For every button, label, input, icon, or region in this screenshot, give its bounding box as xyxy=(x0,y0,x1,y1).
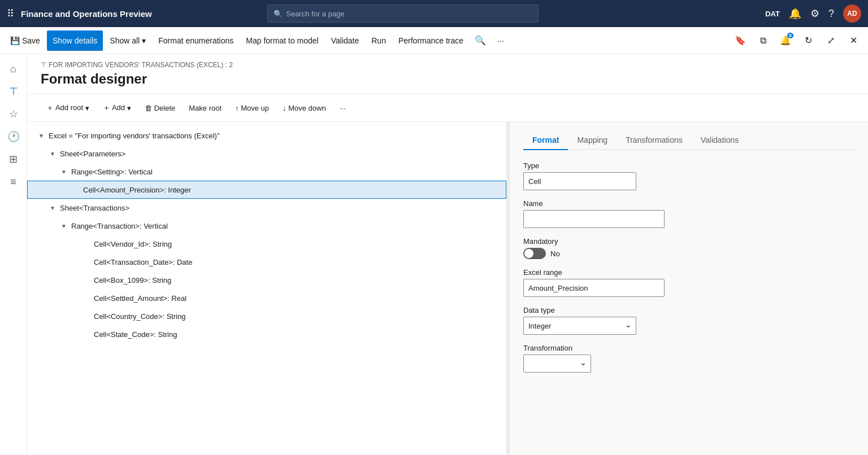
tree-label-cell-state-code: Cell<State_Code>: String xyxy=(94,330,177,339)
refresh-icon[interactable]: ↻ xyxy=(798,30,818,51)
tree-item-cell-amount-precision[interactable]: Cell<Amount_Precision>: Integer xyxy=(27,181,506,199)
left-sidebar: ⌂ ⊤ ☆ 🕐 ⊞ ≡ xyxy=(0,54,27,455)
tab-transformations[interactable]: Transformations xyxy=(617,131,692,150)
add-root-chevron-icon: ▾ xyxy=(85,104,89,112)
tree-label-range-setting: Range<Setting>: Vertical xyxy=(71,168,153,176)
search-bar[interactable]: 🔍 Search for a page xyxy=(267,5,539,23)
tree-label-excel: Excel = "For importing vendors' transact… xyxy=(49,132,220,140)
copy-icon[interactable]: ⧉ xyxy=(753,30,773,51)
run-button[interactable]: Run xyxy=(366,30,392,51)
mandatory-toggle-row: No xyxy=(523,248,854,259)
notif-icon[interactable]: 🔔 0 xyxy=(775,30,796,51)
breadcrumb-text: FOR IMPORTING VENDORS' TRANSACTIONS (EXC… xyxy=(49,61,233,69)
tree-label-cell-settled-amount: Cell<Settled_Amount>: Real xyxy=(94,294,186,303)
toolbar-more-button[interactable]: ··· xyxy=(334,99,351,117)
show-all-button[interactable]: Show all ▾ xyxy=(104,30,151,51)
search-icon: 🔍 xyxy=(274,10,283,18)
tree-item-sheet-transactions[interactable]: ▼ Sheet<Transactions> xyxy=(27,199,506,217)
tree-item-cell-country-code[interactable]: Cell<Country_Code>: String xyxy=(27,307,506,325)
data-type-label: Data type xyxy=(523,306,854,314)
show-details-button[interactable]: Show details xyxy=(47,30,103,51)
name-label: Name xyxy=(523,199,854,208)
delete-button[interactable]: 🗑 Delete xyxy=(139,99,181,117)
tree-label-cell-amount-precision: Cell<Amount_Precision>: Integer xyxy=(83,186,191,194)
tree-label-sheet-transactions: Sheet<Transactions> xyxy=(60,204,129,212)
chevron-icon: ▼ xyxy=(38,133,46,139)
tree-item-cell-state-code[interactable]: Cell<State_Code>: String xyxy=(27,325,506,343)
excel-range-label: Excel range xyxy=(523,268,854,277)
sidebar-item-home[interactable]: ⌂ xyxy=(3,59,24,79)
move-down-button[interactable]: ↓ Move down xyxy=(277,99,332,117)
popout-icon[interactable]: ⤢ xyxy=(821,30,841,51)
transformation-select[interactable] xyxy=(523,355,591,373)
bookmark-icon[interactable]: 🔖 xyxy=(730,30,750,51)
avatar[interactable]: AD xyxy=(843,5,861,23)
tree-item-range-setting[interactable]: ▼ Range<Setting>: Vertical xyxy=(27,163,506,181)
mandatory-label: Mandatory xyxy=(523,237,854,246)
tree-area: ▼ Excel = "For importing vendors' transa… xyxy=(27,122,507,455)
make-root-button[interactable]: Make root xyxy=(183,99,227,117)
tree-label-cell-vendor-id: Cell<Vendor_Id>: String xyxy=(94,240,172,248)
environment-label: DAT xyxy=(765,10,780,18)
search-placeholder: Search for a page xyxy=(286,10,344,18)
command-bar: 💾 Save Show details Show all ▾ Format en… xyxy=(0,27,868,54)
map-format-to-model-button[interactable]: Map format to model xyxy=(240,30,324,51)
data-type-select[interactable]: Integer String Real Date Boolean xyxy=(523,317,636,335)
name-input[interactable] xyxy=(523,210,665,228)
tree-item-cell-vendor-id[interactable]: Cell<Vendor_Id>: String xyxy=(27,235,506,253)
tree-item-cell-box-1099[interactable]: Cell<Box_1099>: String xyxy=(27,271,506,289)
sidebar-item-filter[interactable]: ⊤ xyxy=(3,81,24,102)
tab-format[interactable]: Format xyxy=(523,131,568,150)
mandatory-field-group: Mandatory No xyxy=(523,237,854,259)
tree-item-cell-settled-amount[interactable]: Cell<Settled_Amount>: Real xyxy=(27,289,506,307)
chevron-down-icon: ▾ xyxy=(142,36,146,45)
split-pane: ▼ Excel = "For importing vendors' transa… xyxy=(27,122,868,455)
grid-icon[interactable]: ⠿ xyxy=(7,7,14,20)
transformation-label: Transformation xyxy=(523,344,854,352)
sidebar-item-list[interactable]: ≡ xyxy=(3,172,24,192)
data-type-select-wrapper: Integer String Real Date Boolean xyxy=(523,317,636,335)
page-title: Format designer xyxy=(41,71,854,87)
add-button[interactable]: ＋ Add ▾ xyxy=(97,99,137,117)
tree-item-range-transaction[interactable]: ▼ Range<Transaction>: Vertical xyxy=(27,217,506,235)
excel-range-field-group: Excel range xyxy=(523,268,854,297)
close-icon[interactable]: ✕ xyxy=(843,30,863,51)
cmd-right-icons: 🔖 ⧉ 🔔 0 ↻ ⤢ ✕ xyxy=(730,30,863,51)
more-button[interactable]: ··· xyxy=(492,30,510,51)
panel-tabs: Format Mapping Transformations Validatio… xyxy=(523,131,854,150)
tree-item-sheet-params[interactable]: ▼ Sheet<Parameters> xyxy=(27,145,506,163)
mandatory-toggle[interactable] xyxy=(523,248,546,259)
sidebar-item-workspaces[interactable]: ⊞ xyxy=(3,149,24,169)
tab-validations[interactable]: Validations xyxy=(692,131,748,150)
performance-trace-button[interactable]: Performance trace xyxy=(393,30,469,51)
name-field-group: Name xyxy=(523,199,854,228)
type-input[interactable] xyxy=(523,172,636,190)
type-label: Type xyxy=(523,161,854,170)
chevron-icon: ▼ xyxy=(50,205,58,211)
tab-mapping[interactable]: Mapping xyxy=(568,131,617,150)
page-header: ⊤ FOR IMPORTING VENDORS' TRANSACTIONS (E… xyxy=(27,54,868,94)
bell-icon[interactable]: 🔔 xyxy=(789,7,801,20)
chevron-icon: ▼ xyxy=(50,151,58,157)
settings-icon[interactable]: ⚙ xyxy=(810,7,819,20)
save-button[interactable]: 💾 Save xyxy=(5,30,46,51)
main-layout: ⌂ ⊤ ☆ 🕐 ⊞ ≡ ⊤ FOR IMPORTING VENDORS' TRA… xyxy=(0,54,868,455)
validate-button[interactable]: Validate xyxy=(326,30,365,51)
sidebar-item-favorites[interactable]: ☆ xyxy=(3,104,24,124)
add-root-button[interactable]: ＋ Add root ▾ xyxy=(41,99,95,117)
excel-range-input[interactable] xyxy=(523,279,665,297)
search-button[interactable]: 🔍 xyxy=(470,30,491,51)
mandatory-toggle-label: No xyxy=(550,250,560,258)
tree-label-cell-box-1099: Cell<Box_1099>: String xyxy=(94,276,171,285)
sidebar-item-recent[interactable]: 🕐 xyxy=(3,126,24,147)
data-type-field-group: Data type Integer String Real Date Boole… xyxy=(523,306,854,335)
tree-label-sheet-params: Sheet<Parameters> xyxy=(60,150,125,158)
add-chevron-icon: ▾ xyxy=(127,104,131,112)
tree-item-cell-transaction-date[interactable]: Cell<Transaction_Date>: Date xyxy=(27,253,506,271)
help-icon[interactable]: ? xyxy=(828,8,834,20)
format-enumerations-button[interactable]: Format enumerations xyxy=(153,30,239,51)
transformation-select-wrapper xyxy=(523,355,591,373)
move-up-button[interactable]: ↑ Move up xyxy=(229,99,275,117)
tree-label-cell-country-code: Cell<Country_Code>: String xyxy=(94,312,186,321)
tree-item-excel[interactable]: ▼ Excel = "For importing vendors' transa… xyxy=(27,126,506,145)
